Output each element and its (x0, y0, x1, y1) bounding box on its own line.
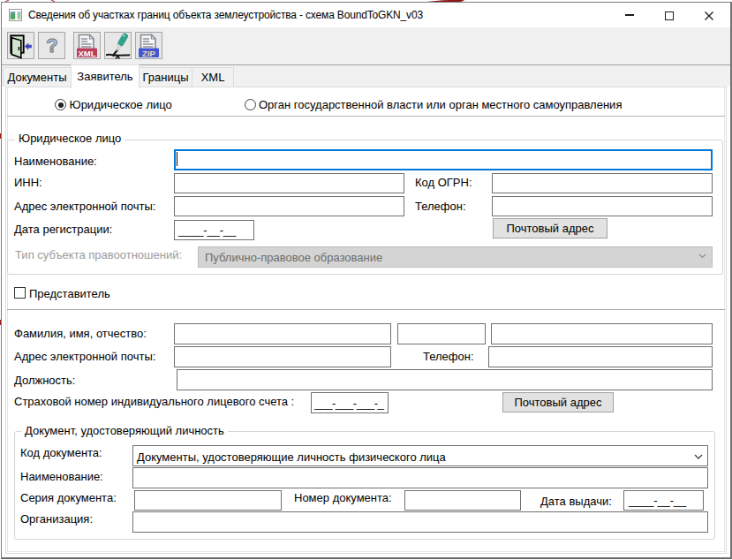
svg-text:ZIP: ZIP (142, 49, 155, 58)
svg-text:XML: XML (78, 49, 95, 58)
svg-text:?: ? (46, 34, 57, 57)
